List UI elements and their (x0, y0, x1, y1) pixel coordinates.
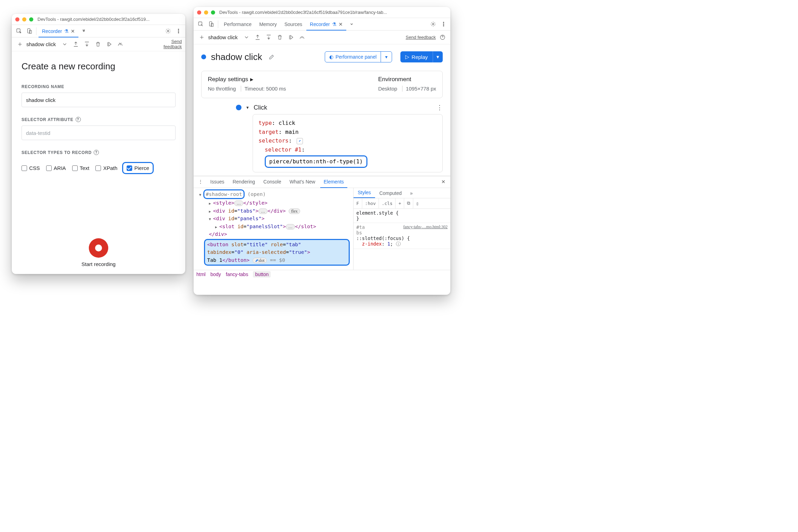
kebab-menu-icon[interactable] (439, 19, 448, 29)
crumb-fancy-tabs[interactable]: fancy-tabs (226, 272, 248, 277)
drawer-tab-console[interactable]: Console (260, 176, 285, 188)
replay-button[interactable]: ▷Replay ▾ (400, 51, 443, 62)
help-icon[interactable]: ? (94, 150, 99, 155)
tab-recorder[interactable]: Recorder ⚗︎ ✕ (306, 18, 346, 30)
tab-sources[interactable]: Sources (281, 18, 306, 30)
selector-picker-icon[interactable]: ⬈ (297, 138, 303, 144)
style-rule-slotted[interactable]: fancy-tabs-…mo.html:302 #tabs ::slotted(… (354, 223, 450, 249)
collapse-icon[interactable]: ▼ (246, 105, 249, 110)
replay-settings-heading[interactable]: Replay settings ▶ (208, 76, 286, 83)
sidebar-toggle-icon[interactable]: ▯ (413, 198, 422, 208)
crumb-body[interactable]: body (210, 272, 221, 277)
dom-tree[interactable]: ▼#shadow-root (open) ▶<style>…</style> ▶… (194, 188, 353, 270)
styles-tab-computed[interactable]: Computed (375, 188, 406, 198)
minimize-window-icon[interactable] (22, 17, 26, 22)
more-tabs-icon[interactable] (347, 19, 357, 29)
close-window-icon[interactable] (15, 17, 19, 22)
computed-toggle-icon[interactable]: ⧉ (404, 198, 413, 208)
close-tab-icon[interactable]: ✕ (71, 28, 75, 34)
checkbox-text[interactable]: Text (72, 162, 90, 174)
tab-performance[interactable]: Performance (220, 18, 255, 30)
hov-toggle[interactable]: :hov (362, 198, 379, 208)
export-icon[interactable] (71, 40, 80, 49)
checkbox-css[interactable]: CSS (22, 162, 40, 174)
more-tabs-icon[interactable] (79, 26, 89, 36)
close-drawer-icon[interactable]: ✕ (439, 177, 448, 187)
delete-icon[interactable] (275, 33, 284, 42)
dropdown-icon[interactable] (242, 33, 251, 42)
selector-attribute-input[interactable] (22, 126, 176, 140)
drawer-tab-issues[interactable]: Issues (207, 176, 228, 188)
svg-point-6 (178, 32, 179, 33)
svg-rect-1 (27, 28, 30, 33)
step-menu-icon[interactable]: ⋮ (436, 104, 443, 111)
close-tab-icon[interactable]: ✕ (339, 22, 343, 27)
drawer-tab-rendering[interactable]: Rendering (229, 176, 258, 188)
gauge-icon: ◐ (329, 54, 333, 60)
styles-more-tabs-icon[interactable]: » (406, 188, 417, 198)
svg-point-13 (443, 25, 444, 26)
crumb-button[interactable]: button (253, 271, 271, 277)
send-feedback-link[interactable]: Send feedback (161, 39, 182, 49)
help-icon[interactable]: ? (76, 117, 81, 122)
replay-dropdown-icon[interactable]: ▾ (433, 51, 443, 62)
expand-icon: ▶ (250, 77, 253, 82)
environment-heading: Environment (378, 76, 436, 83)
titlebar: DevTools - rawgit.com/ebidel/2d2bb0cdec3… (194, 7, 450, 18)
breadcrumb[interactable]: html body fancy-tabs button (194, 270, 450, 279)
style-rule-element[interactable]: element.style {} (354, 209, 450, 223)
device-toggle-icon[interactable] (206, 19, 216, 29)
rule-source-link[interactable]: fancy-tabs-…mo.html:302 (403, 224, 448, 230)
maximize-window-icon[interactable] (211, 10, 215, 15)
help-icon[interactable] (438, 33, 447, 42)
delete-icon[interactable] (93, 40, 102, 49)
step-play-icon[interactable] (286, 33, 295, 42)
cls-toggle[interactable]: .cls (379, 198, 396, 208)
checkbox-xpath[interactable]: XPath (95, 162, 117, 174)
tab-memory[interactable]: Memory (256, 18, 280, 30)
checkbox-pierce[interactable]: Pierce (127, 165, 149, 171)
export-icon[interactable] (253, 33, 262, 42)
slow-replay-icon[interactable] (116, 40, 125, 49)
flow-name: shadow click (26, 41, 56, 47)
add-recording-icon[interactable] (197, 33, 206, 42)
send-feedback-link[interactable]: Send feedback (406, 35, 436, 40)
panel-dropdown-icon[interactable]: ▾ (381, 52, 392, 62)
performance-panel-button[interactable]: ◐Performance panel ▾ (325, 51, 392, 62)
styles-tab-styles[interactable]: Styles (354, 188, 375, 198)
dropdown-icon[interactable] (60, 40, 69, 49)
edit-name-icon[interactable] (267, 52, 276, 61)
maximize-window-icon[interactable] (29, 17, 33, 22)
step-play-icon[interactable] (104, 40, 113, 49)
throttling-value: No throttling (208, 86, 236, 92)
settings-icon[interactable] (428, 19, 438, 29)
crumb-html[interactable]: html (196, 272, 205, 277)
minimize-window-icon[interactable] (204, 10, 208, 15)
tab-recorder[interactable]: Recorder ⚗︎ ✕ (39, 25, 78, 37)
timeout-value: Timeout: 5000 ms (241, 86, 286, 92)
drawer: ⋮ Issues Rendering Console What's New El… (194, 176, 450, 279)
import-icon[interactable] (82, 40, 91, 49)
start-recording-button[interactable] (89, 238, 108, 258)
flask-icon: ⚗︎ (64, 28, 69, 34)
inspect-icon[interactable] (14, 26, 24, 36)
add-recording-icon[interactable] (15, 40, 24, 49)
device-toggle-icon[interactable] (24, 26, 34, 36)
styles-filter-input[interactable]: F (354, 198, 362, 208)
viewport-value: 1095×778 px (402, 86, 436, 92)
status-dot-icon (201, 54, 206, 59)
slow-replay-icon[interactable] (297, 33, 306, 42)
kebab-menu-icon[interactable] (173, 26, 183, 36)
inspect-icon[interactable] (196, 19, 205, 29)
drawer-tab-whatsnew[interactable]: What's New (286, 176, 319, 188)
drawer-menu-icon[interactable]: ⋮ (196, 177, 205, 187)
new-style-rule-icon[interactable]: + (396, 198, 404, 208)
checkbox-aria[interactable]: ARIA (46, 162, 66, 174)
import-icon[interactable] (264, 33, 273, 42)
settings-icon[interactable] (163, 26, 173, 36)
recording-name-input[interactable] (22, 93, 176, 107)
drawer-tab-elements[interactable]: Elements (320, 176, 347, 188)
step-row-click[interactable]: ▼ Click ⋮ (201, 104, 443, 111)
close-window-icon[interactable] (197, 10, 201, 15)
devtools-tabstrip: Performance Memory Sources Recorder ⚗︎ ✕ (194, 18, 450, 31)
